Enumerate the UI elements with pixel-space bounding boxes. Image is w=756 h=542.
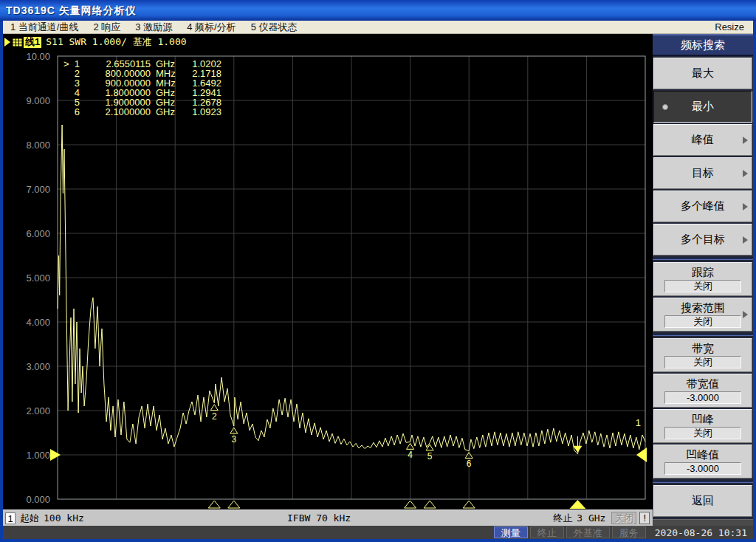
app-window: TD3619C 矢量网络分析仪 1 当前通道/曲线 2 响应 3 激励源 4 频… — [0, 0, 756, 542]
softkey-value: 关闭 — [664, 280, 741, 292]
softkey-凹峰[interactable]: 凹峰关闭 — [653, 409, 752, 443]
marker-stimulus-icon — [228, 501, 240, 508]
softkey-跟踪[interactable]: 跟踪关闭 — [653, 262, 752, 296]
channel-indicator: 1 — [5, 512, 16, 524]
marker-sel — [63, 69, 71, 78]
marker-stimulus-icon — [424, 501, 436, 508]
trace-badge[interactable]: 线1 — [24, 37, 41, 48]
softkey-value: 关闭 — [664, 356, 741, 368]
trace-header: 线1 S11 SWR 1.000/ 基准 1.000 — [4, 36, 187, 48]
marker-num: 6 — [71, 107, 80, 117]
marker-number-label: 6 — [467, 459, 472, 469]
marker-table-row: 62.1000000GHz1.0923 — [63, 107, 221, 117]
softkey-group-separator — [653, 334, 753, 336]
softkey-峰值[interactable]: 峰值 — [653, 124, 752, 156]
active-marker-stimulus-icon — [569, 500, 585, 509]
softkey-label: 带宽值 — [687, 377, 720, 390]
softkey-多个目标[interactable]: 多个目标 — [653, 224, 752, 255]
stop-frequency-group: 终止 3 GHz 关闭 ! — [553, 512, 653, 525]
reference-arrow-left-icon — [50, 449, 61, 461]
marker-table: >12.6550115GHz1.02022800.00000MHz2.17183… — [63, 59, 221, 117]
y-tick-label: 0.000 — [26, 494, 50, 505]
marker-unit: GHz — [151, 107, 180, 117]
softkey-label: 跟踪 — [692, 266, 714, 278]
taskbar-item-外基准[interactable]: 外基准 — [566, 526, 610, 538]
marker-stimulus-icon — [405, 501, 416, 508]
start-frequency: 100 kHz — [44, 512, 84, 524]
softkey-label: 多个峰值 — [681, 199, 725, 213]
softkey-label: 带宽 — [692, 342, 714, 354]
menu-item-stimulus[interactable]: 3 激励源 — [128, 21, 179, 34]
softkey-menu-title: 频标搜索 — [653, 34, 753, 56]
softkey-label: 峰值 — [692, 133, 714, 147]
menu-item-instrument-state[interactable]: 5 仪器状态 — [244, 21, 305, 34]
softkey-value: 关闭 — [664, 315, 741, 328]
softkey-label: 凹峰 — [692, 413, 714, 425]
menu-bar: 1 当前通道/曲线 2 响应 3 激励源 4 频标/分析 5 仪器状态 Resi… — [3, 21, 753, 34]
y-tick-label: 4.000 — [26, 317, 50, 328]
submenu-arrow-icon — [743, 311, 748, 318]
stop-label: 终止 — [553, 512, 572, 525]
reference-arrow-right-icon — [636, 447, 647, 462]
softkey-返回[interactable]: 返回 — [653, 485, 752, 517]
marker-sel — [63, 78, 71, 88]
title-bar: TD3619C 矢量网络分析仪 — [0, 0, 756, 21]
softkey-最大[interactable]: 最大 — [653, 58, 752, 89]
y-tick-label: 10.00 — [26, 51, 50, 62]
marker-stimulus-icon — [208, 501, 220, 508]
selected-radio-dot-icon — [662, 104, 668, 110]
softkey-value: -3.0000 — [664, 391, 741, 404]
datetime-display: 2020-08-26 10:31 — [655, 527, 747, 538]
softkey-label: 返回 — [692, 494, 714, 508]
ifbw-value: IFBW 70 kHz — [287, 512, 351, 524]
plot-annotation: 1 — [636, 417, 641, 428]
cal-status-indicator: 关闭 — [611, 512, 636, 524]
taskbar-item-测量[interactable]: 测量 — [494, 526, 528, 538]
marker-sel — [63, 88, 71, 97]
marker-sel: > — [63, 59, 71, 69]
softkey-value: 关闭 — [664, 427, 741, 439]
y-tick-label: 7.000 — [26, 184, 50, 195]
marker-number-label: 5 — [427, 451, 433, 462]
trace-format-label[interactable]: S11 SWR 1.000/ 基准 1.000 — [46, 35, 186, 49]
marker-stimulus-icon — [463, 501, 475, 508]
softkey-目标[interactable]: 目标 — [653, 157, 752, 189]
softkey-label: 目标 — [692, 166, 714, 180]
softkey-搜索范围[interactable]: 搜索范围关闭 — [653, 298, 752, 332]
taskbar-item-服务[interactable]: 服务 — [612, 526, 646, 538]
instrument-screen: 10.009.0008.0007.0006.0005.0004.0003.000… — [3, 34, 653, 510]
menu-item-resize[interactable]: Resize — [707, 21, 753, 32]
softkey-多个峰值[interactable]: 多个峰值 — [653, 191, 752, 222]
warning-indicator: ! — [639, 512, 650, 524]
softkey-group-separator — [653, 258, 753, 260]
softkey-带宽[interactable]: 带宽关闭 — [653, 338, 752, 372]
taskbar-items: 测量终止外基准服务 — [492, 526, 646, 538]
taskbar-item-终止[interactable]: 终止 — [530, 526, 564, 538]
submenu-arrow-icon — [743, 236, 748, 244]
active-trace-arrow-icon — [4, 38, 10, 47]
softkey-最小[interactable]: 最小 — [653, 91, 752, 123]
menu-item-response[interactable]: 2 响应 — [86, 21, 128, 34]
softkey-凹峰值[interactable]: 凹峰值-3.0000 — [653, 445, 752, 478]
y-tick-label: 9.000 — [26, 95, 50, 106]
window-title: TD3619C 矢量网络分析仪 — [6, 4, 137, 16]
menu-item-channel-trace[interactable]: 1 当前通道/曲线 — [3, 21, 86, 34]
y-tick-label: 1.000 — [26, 450, 50, 461]
stop-frequency: 3 GHz — [577, 512, 605, 524]
marker-number-label: 2 — [212, 411, 217, 422]
marker-icon — [426, 445, 433, 450]
y-tick-label: 3.000 — [26, 361, 50, 372]
marker-number-label: 3 — [231, 434, 236, 445]
menu-item-marker-analysis[interactable]: 4 频标/分析 — [179, 21, 243, 34]
y-tick-label: 2.000 — [26, 405, 50, 416]
y-tick-label: 5.000 — [26, 272, 50, 284]
marker-sel — [63, 107, 71, 117]
softkey-label: 最小 — [692, 100, 714, 114]
y-tick-label: 6.000 — [26, 228, 50, 239]
softkey-group-separator — [653, 481, 753, 483]
marker-freq: 2.1000000 — [80, 107, 151, 117]
softkey-带宽值[interactable]: 带宽值-3.0000 — [653, 374, 752, 408]
submenu-arrow-icon — [743, 170, 748, 177]
softkey-buttons: 最大最小峰值目标多个峰值多个目标跟踪关闭搜索范围关闭带宽关闭带宽值-3.0000… — [653, 56, 753, 517]
stimulus-status-bar: 1 起始 100 kHz IFBW 70 kHz 终止 3 GHz 关闭 ! — [3, 510, 653, 526]
